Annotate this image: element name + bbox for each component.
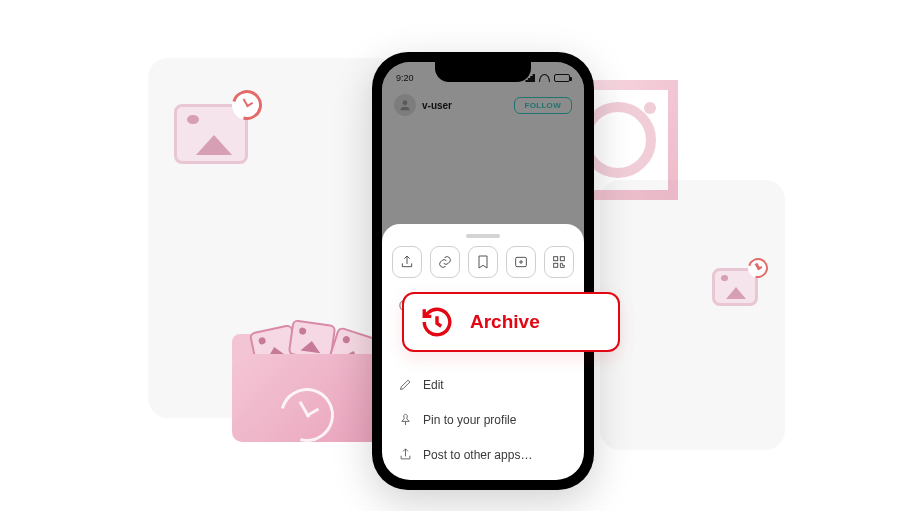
photo-history-icon — [174, 104, 248, 164]
remix-icon[interactable] — [506, 246, 536, 278]
history-icon — [420, 305, 454, 339]
photo-history-icon-small — [712, 268, 758, 306]
pin-icon — [398, 412, 413, 427]
phone-notch — [435, 62, 531, 82]
share-up-icon — [398, 447, 413, 462]
menu-label: Pin to your profile — [423, 413, 516, 427]
folder-history-icon — [232, 322, 382, 442]
bg-card-right — [600, 180, 785, 450]
menu-pin[interactable]: Pin to your profile — [396, 402, 570, 437]
link-icon[interactable] — [430, 246, 460, 278]
menu-edit[interactable]: Edit — [396, 367, 570, 402]
archive-callout[interactable]: Archive — [402, 292, 620, 352]
pencil-icon — [398, 377, 413, 392]
archive-label: Archive — [470, 311, 540, 333]
sheet-grabber[interactable] — [466, 234, 500, 238]
action-sheet: Turn off remixing Edit Pin to your profi… — [382, 224, 584, 480]
sheet-icon-row — [382, 246, 584, 288]
bookmark-icon[interactable] — [468, 246, 498, 278]
svg-rect-4 — [554, 263, 558, 267]
menu-label: Edit — [423, 378, 444, 392]
svg-rect-2 — [554, 257, 558, 261]
share-icon[interactable] — [392, 246, 422, 278]
svg-rect-3 — [560, 257, 564, 261]
menu-label: Post to other apps… — [423, 448, 532, 462]
qr-icon[interactable] — [544, 246, 574, 278]
phone-screen: 9:20 v-user FOLLOW — [382, 62, 584, 480]
menu-post-other-apps[interactable]: Post to other apps… — [396, 437, 570, 472]
phone-frame: 9:20 v-user FOLLOW — [372, 52, 594, 490]
